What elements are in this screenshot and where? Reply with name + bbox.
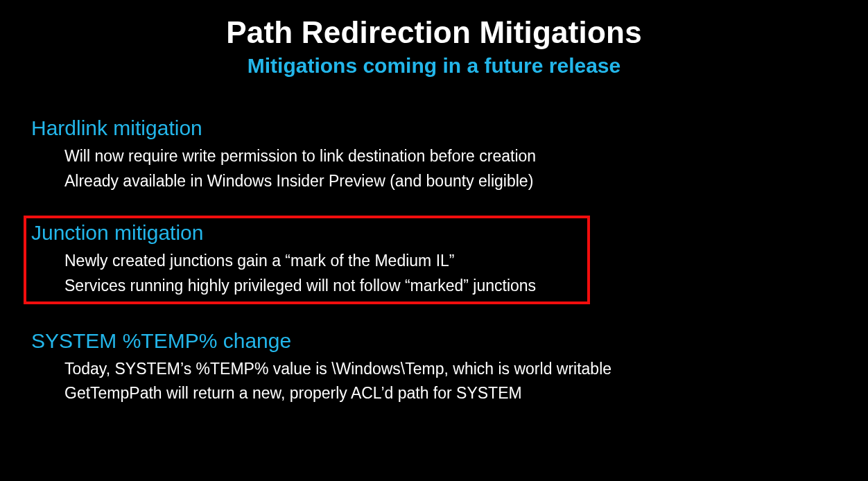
bullet-list: Newly created junctions gain a “mark of … bbox=[31, 249, 835, 298]
section-heading: SYSTEM %TEMP% change bbox=[31, 329, 835, 353]
bullet-item: GetTempPath will return a new, properly … bbox=[64, 381, 835, 406]
bullet-item: Newly created junctions gain a “mark of … bbox=[64, 249, 835, 274]
bullet-item: Services running highly privileged will … bbox=[64, 274, 835, 299]
slide: Path Redirection Mitigations Mitigations… bbox=[0, 0, 868, 481]
section-heading: Hardlink mitigation bbox=[31, 116, 835, 140]
section-temp: SYSTEM %TEMP% change Today, SYSTEM’s %TE… bbox=[31, 329, 835, 406]
slide-subtitle: Mitigations coming in a future release bbox=[0, 54, 868, 78]
section-hardlink: Hardlink mitigation Will now require wri… bbox=[31, 116, 835, 193]
bullet-item: Today, SYSTEM’s %TEMP% value is \Windows… bbox=[64, 357, 835, 382]
section-junction: Junction mitigation Newly created juncti… bbox=[31, 221, 835, 298]
section-heading: Junction mitigation bbox=[31, 221, 835, 245]
bullet-list: Today, SYSTEM’s %TEMP% value is \Windows… bbox=[31, 357, 835, 406]
bullet-list: Will now require write permission to lin… bbox=[31, 144, 835, 193]
slide-title: Path Redirection Mitigations bbox=[0, 0, 868, 50]
bullet-item: Will now require write permission to lin… bbox=[64, 144, 835, 169]
bullet-item: Already available in Windows Insider Pre… bbox=[64, 169, 835, 194]
slide-content: Hardlink mitigation Will now require wri… bbox=[31, 116, 835, 426]
